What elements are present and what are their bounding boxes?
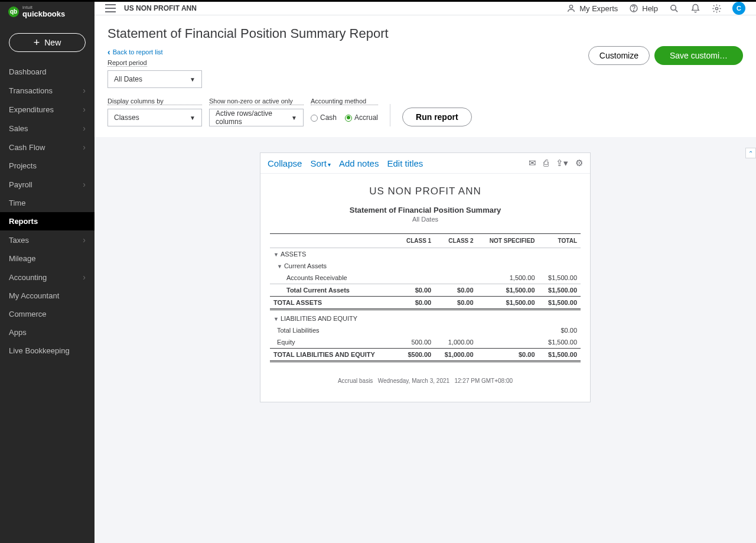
report-toolbar: Collapse Sort Add notes Edit titles ✉ ⎙ … [260, 153, 590, 174]
cash-radio[interactable]: Cash [311, 113, 337, 122]
nav-item-reports[interactable]: Reports [0, 212, 94, 230]
svg-line-4 [675, 9, 677, 12]
nav-item-projects[interactable]: Projects [0, 157, 94, 175]
section-assets[interactable]: ▼ASSETS [270, 248, 581, 261]
report-subtitle: All Dates [270, 216, 581, 223]
col-blank [270, 234, 397, 248]
nav-item-sales[interactable]: Sales› [0, 119, 94, 138]
accrual-radio[interactable]: Accrual [345, 113, 378, 122]
chevron-left-icon: ‹ [107, 47, 110, 57]
accrual-label: Accrual [354, 113, 378, 122]
report-period-dropdown[interactable]: All Dates ▼ [107, 70, 202, 88]
nav-item-apps[interactable]: Apps [0, 323, 94, 342]
email-icon[interactable]: ✉ [529, 158, 536, 168]
collapse-link[interactable]: Collapse [268, 158, 302, 168]
new-button[interactable]: + New [9, 33, 86, 52]
settings-icon[interactable]: ⚙ [575, 158, 583, 168]
nav-item-label: Live Bookkeeping [9, 346, 70, 355]
row-accounts-receivable[interactable]: Accounts Receivable 1,500.00 $1,500.00 [270, 272, 581, 284]
nav-item-dashboard[interactable]: Dashboard [0, 63, 94, 81]
report-period-label: Report period [107, 59, 147, 67]
svg-point-5 [715, 7, 718, 9]
row-total-liabilities[interactable]: Total Liabilities $0.00 [270, 324, 581, 336]
col-class2: CLASS 2 [435, 234, 477, 248]
content: Statement of Financial Position Summary … [94, 15, 756, 137]
caret-icon: ▼ [291, 115, 297, 121]
edit-titles-link[interactable]: Edit titles [387, 158, 423, 168]
nav-item-label: Taxes [9, 236, 29, 245]
nav-item-label: Time [9, 199, 25, 207]
row-total-current-assets[interactable]: Total Current Assets $0.00 $0.00 $1,500.… [270, 284, 581, 297]
back-label: Back to report list [113, 48, 163, 56]
row-total-liabilities-equity[interactable]: TOTAL LIABILITIES AND EQUITY $500.00 $1,… [270, 349, 581, 362]
chevron-right-icon: › [83, 235, 86, 245]
hamburger-icon[interactable] [105, 4, 116, 12]
nav-item-label: Mileage [9, 254, 36, 263]
plus-icon: + [34, 37, 40, 48]
chevron-right-icon: › [83, 123, 86, 133]
accounting-method-label: Accounting method [311, 97, 378, 105]
chevron-right-icon: › [83, 272, 86, 282]
gear-icon[interactable] [711, 3, 722, 14]
my-experts-label: My Experts [579, 4, 618, 13]
nav-item-my-accountant[interactable]: My Accountant [0, 287, 94, 305]
search-icon[interactable] [669, 3, 679, 14]
bell-icon[interactable] [690, 3, 700, 14]
nonzero-dropdown[interactable]: Active rows/active columns ▼ [209, 109, 304, 126]
topbar: US NON PROFIT ANN My Experts Help [94, 2, 756, 15]
nav-item-label: Cash Flow [9, 143, 45, 152]
nav-item-taxes[interactable]: Taxes› [0, 230, 94, 249]
my-experts-link[interactable]: My Experts [566, 3, 618, 14]
nav-item-expenditures[interactable]: Expenditures› [0, 100, 94, 119]
customize-button[interactable]: Customize [588, 46, 650, 65]
triangle-icon: ▼ [277, 264, 282, 269]
nav-item-payroll[interactable]: Payroll› [0, 175, 94, 194]
row-equity[interactable]: Equity 500.00 1,000.00 $1,500.00 [270, 336, 581, 349]
chevron-right-icon: › [83, 86, 86, 95]
nav-item-label: Payroll [9, 180, 32, 189]
nav-item-label: Expenditures [9, 105, 54, 114]
nav-item-label: Transactions [9, 86, 53, 95]
save-customization-button[interactable]: Save customi… [654, 46, 743, 65]
print-icon[interactable]: ⎙ [543, 158, 549, 168]
nav-item-live-bookkeeping[interactable]: Live Bookkeeping [0, 342, 94, 360]
nav-item-cash-flow[interactable]: Cash Flow› [0, 138, 94, 157]
nav-list: DashboardTransactions›Expenditures›Sales… [0, 63, 94, 360]
nav-item-label: My Accountant [9, 291, 59, 300]
avatar[interactable]: C [732, 2, 745, 15]
sidebar: qb intuit quickbooks + New DashboardTran… [0, 2, 94, 543]
display-columns-dropdown[interactable]: Classes ▼ [107, 109, 202, 126]
section-current-assets[interactable]: ▼Current Assets [270, 260, 581, 272]
collapse-panel-icon[interactable]: ⌃ [745, 148, 756, 158]
run-report-button[interactable]: Run report [402, 108, 472, 126]
svg-point-3 [670, 5, 676, 9]
nav-item-accounting[interactable]: Accounting› [0, 268, 94, 287]
footer-date: Wednesday, March 3, 2021 [378, 378, 449, 384]
col-total: TOTAL [539, 234, 581, 248]
page-title: Statement of Financial Position Summary … [107, 26, 743, 41]
company-name: US NON PROFIT ANN [124, 4, 197, 12]
export-icon[interactable]: ⇪▾ [556, 158, 568, 168]
nav-item-label: Apps [9, 328, 27, 337]
help-link[interactable]: Help [628, 3, 658, 14]
nav-item-mileage[interactable]: Mileage [0, 249, 94, 268]
nav-item-label: Sales [9, 124, 28, 133]
chevron-right-icon: › [83, 105, 86, 114]
nav-item-label: Accounting [9, 273, 47, 282]
row-total-assets[interactable]: TOTAL ASSETS $0.00 $0.00 $1,500.00 $1,50… [270, 297, 581, 310]
person-icon [566, 3, 576, 14]
nav-item-time[interactable]: Time [0, 194, 94, 212]
brand-logo: qb intuit quickbooks [0, 2, 94, 26]
brand-product: quickbooks [22, 10, 65, 18]
main-area: US NON PROFIT ANN My Experts Help [94, 2, 756, 543]
caret-icon: ▼ [190, 115, 195, 121]
caret-icon: ▼ [190, 76, 195, 83]
nav-item-commerce[interactable]: Commerce [0, 305, 94, 323]
sort-link[interactable]: Sort [310, 158, 331, 168]
nav-item-transactions[interactable]: Transactions› [0, 81, 94, 100]
add-notes-link[interactable]: Add notes [339, 158, 379, 168]
cash-label: Cash [320, 113, 337, 122]
section-liabilities-equity[interactable]: ▼LIABILITIES AND EQUITY [270, 310, 581, 325]
footer-time: 12:27 PM GMT+08:00 [454, 378, 513, 384]
triangle-icon: ▼ [273, 316, 279, 322]
